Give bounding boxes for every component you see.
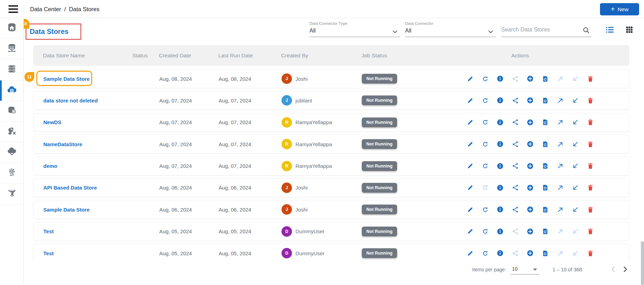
delete-icon[interactable] xyxy=(587,75,594,82)
info-icon[interactable] xyxy=(497,250,504,257)
maximize-icon[interactable] xyxy=(557,97,564,104)
data-store-name-link[interactable]: Test xyxy=(43,222,54,241)
add-icon[interactable] xyxy=(527,141,534,148)
maximize-icon[interactable] xyxy=(557,119,564,126)
sidebar-item-data-pipeline[interactable] xyxy=(0,184,23,205)
menu-icon[interactable] xyxy=(8,5,19,13)
sidebar-item-data-sources[interactable] xyxy=(0,39,23,59)
edit-icon[interactable] xyxy=(467,119,474,126)
data-connector-select[interactable]: Data Connector All xyxy=(405,20,496,37)
delete-icon[interactable] xyxy=(587,228,594,235)
breadcrumb-section[interactable]: Data Center xyxy=(30,6,61,13)
add-icon[interactable] xyxy=(527,97,534,104)
edit-icon[interactable] xyxy=(467,184,474,191)
sidebar-item-data-center[interactable] xyxy=(0,18,23,39)
share-icon[interactable] xyxy=(512,141,519,148)
add-icon[interactable] xyxy=(527,206,534,213)
edit-icon[interactable] xyxy=(467,97,474,104)
refresh-icon[interactable] xyxy=(482,228,489,235)
minimize-icon[interactable] xyxy=(572,119,579,126)
minimize-icon[interactable] xyxy=(572,206,579,213)
share-icon[interactable] xyxy=(512,206,519,213)
maximize-icon[interactable] xyxy=(557,184,564,191)
list-view-icon[interactable] xyxy=(605,25,614,36)
edit-icon[interactable] xyxy=(467,228,474,235)
data-store-name-link[interactable]: demo xyxy=(43,157,57,175)
edit-icon[interactable] xyxy=(467,163,474,170)
share-icon[interactable] xyxy=(512,97,519,104)
info-icon[interactable] xyxy=(497,119,504,126)
restore-version-icon[interactable] xyxy=(542,97,549,104)
minimize-icon[interactable] xyxy=(572,163,579,170)
data-store-name-link[interactable]: NameDataStore xyxy=(43,135,82,153)
sidebar-item-servers[interactable] xyxy=(0,59,23,80)
info-icon[interactable] xyxy=(497,184,504,191)
refresh-icon[interactable] xyxy=(482,163,489,170)
refresh-icon[interactable] xyxy=(482,75,489,82)
data-store-name-link[interactable]: NewDS xyxy=(43,113,61,131)
delete-icon[interactable] xyxy=(587,163,594,170)
restore-version-icon[interactable] xyxy=(542,163,549,170)
info-icon[interactable] xyxy=(497,97,504,104)
delete-icon[interactable] xyxy=(587,250,594,257)
data-store-name-link[interactable]: API Based Data Store xyxy=(43,179,97,197)
restore-version-icon[interactable] xyxy=(542,206,549,213)
info-icon[interactable] xyxy=(497,141,504,148)
share-icon[interactable] xyxy=(512,163,519,170)
maximize-icon[interactable] xyxy=(557,206,564,213)
restore-version-icon[interactable] xyxy=(542,75,549,82)
add-icon[interactable] xyxy=(527,119,534,126)
sidebar-item-data-lake[interactable] xyxy=(0,142,23,163)
refresh-icon[interactable] xyxy=(482,206,489,213)
info-icon[interactable] xyxy=(497,206,504,213)
add-icon[interactable] xyxy=(527,250,534,257)
share-icon[interactable] xyxy=(512,119,519,126)
refresh-icon[interactable] xyxy=(482,250,489,257)
share-icon[interactable] xyxy=(512,184,519,191)
minimize-icon[interactable] xyxy=(572,141,579,148)
data-connector-type-select[interactable]: Data Connector Type All xyxy=(309,20,400,37)
data-store-name-link[interactable]: data store not deleted xyxy=(43,91,98,109)
sidebar-item-api[interactable]: API xyxy=(0,163,23,184)
info-icon[interactable] xyxy=(497,75,504,82)
restore-version-icon[interactable] xyxy=(542,228,549,235)
data-store-name-link[interactable]: Test xyxy=(43,244,54,261)
search-input[interactable] xyxy=(501,27,575,33)
delete-icon[interactable] xyxy=(587,184,594,191)
vertical-scrollbar[interactable] xyxy=(641,241,644,285)
data-store-name-link[interactable]: Sample Data Store xyxy=(43,200,90,219)
delete-icon[interactable] xyxy=(587,119,594,126)
edit-icon[interactable] xyxy=(467,141,474,148)
minimize-icon[interactable] xyxy=(572,184,579,191)
add-icon[interactable] xyxy=(527,228,534,235)
items-per-page-select[interactable]: 10 xyxy=(511,264,539,275)
add-icon[interactable] xyxy=(527,75,534,82)
search-icon[interactable] xyxy=(583,27,590,35)
sidebar-item-code-data[interactable]: </> xyxy=(0,101,23,122)
info-icon[interactable] xyxy=(497,228,504,235)
refresh-icon[interactable] xyxy=(482,141,489,148)
breadcrumb-page[interactable]: Data Stores xyxy=(69,6,100,13)
restore-version-icon[interactable] xyxy=(542,119,549,126)
minimize-icon[interactable] xyxy=(572,97,579,104)
refresh-icon[interactable] xyxy=(482,119,489,126)
next-page-icon[interactable] xyxy=(621,265,630,274)
add-icon[interactable] xyxy=(527,184,534,191)
delete-icon[interactable] xyxy=(587,97,594,104)
new-button[interactable]: + New xyxy=(600,3,639,15)
restore-version-icon[interactable] xyxy=(542,250,549,257)
delete-icon[interactable] xyxy=(587,141,594,148)
sidebar-item-data-stores[interactable] xyxy=(0,80,23,101)
maximize-icon[interactable] xyxy=(557,141,564,148)
restore-version-icon[interactable] xyxy=(542,184,549,191)
delete-icon[interactable] xyxy=(587,206,594,213)
edit-icon[interactable] xyxy=(467,75,474,82)
grid-view-icon[interactable] xyxy=(625,25,634,35)
add-icon[interactable] xyxy=(527,163,534,170)
info-icon[interactable] xyxy=(497,163,504,170)
edit-icon[interactable] xyxy=(467,206,474,213)
refresh-icon[interactable] xyxy=(482,97,489,104)
restore-version-icon[interactable] xyxy=(542,141,549,148)
sidebar-item-data-prep[interactable] xyxy=(0,122,23,142)
edit-icon[interactable] xyxy=(467,250,474,257)
